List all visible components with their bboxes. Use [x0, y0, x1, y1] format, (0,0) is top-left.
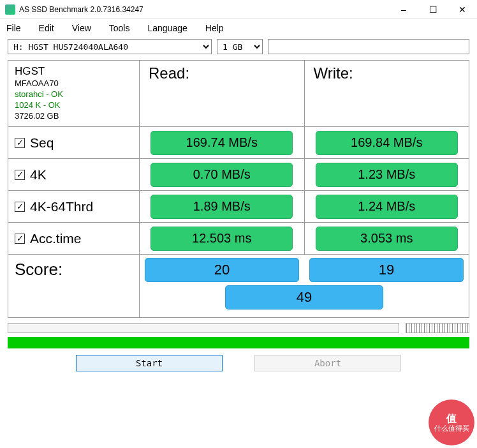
menu-edit[interactable]: Edit: [39, 23, 54, 33]
acc-read: 12.503 ms: [150, 227, 293, 251]
drive-select[interactable]: H: HGST HUS724040ALA640: [8, 39, 212, 54]
menu-file[interactable]: File: [6, 23, 21, 33]
progress-row: [0, 320, 477, 336]
seq-write: 169.84 MB/s: [316, 131, 458, 155]
drive-info: HGST MFAOAA70 storahci - OK 1024 K - OK …: [8, 61, 140, 126]
watermark-badge: 值 什么值得买: [429, 399, 474, 445]
driver-status: storahci - OK: [15, 89, 63, 100]
menu-view[interactable]: View: [72, 23, 91, 33]
4k64-write: 1.24 MB/s: [316, 195, 458, 219]
drive-name: HGST: [15, 64, 45, 78]
menu-language[interactable]: Language: [147, 23, 187, 33]
window-title: AS SSD Benchmark 2.0.7316.34247: [19, 5, 389, 14]
app-icon: [5, 4, 15, 15]
score-read: 20: [145, 258, 300, 282]
close-button[interactable]: ✕: [448, 0, 477, 19]
firmware: MFAOAA70: [15, 78, 59, 89]
toolbar: H: HGST HUS724040ALA640 1 GB: [0, 37, 477, 56]
text-field[interactable]: [268, 39, 469, 54]
progress-bar-complete: [8, 337, 469, 348]
menu-help[interactable]: Help: [205, 23, 224, 33]
score-area: 20 19 49: [140, 255, 469, 317]
progress-bar-main: [8, 323, 399, 333]
menu-tools[interactable]: Tools: [109, 23, 130, 33]
4k64-label: 4K-64Thrd: [30, 199, 93, 214]
acc-checkbox[interactable]: ✓: [15, 234, 25, 244]
alignment-status: 1024 K - OK: [15, 100, 61, 111]
4k-write: 1.23 MB/s: [316, 163, 458, 187]
watermark-icon: 值: [446, 412, 457, 424]
maximize-button[interactable]: ☐: [418, 0, 448, 19]
acc-label: Acc.time: [30, 231, 82, 246]
score-label: Score:: [8, 255, 140, 317]
score-write: 19: [309, 258, 464, 282]
4k64-read: 1.89 MB/s: [150, 195, 293, 219]
minimize-button[interactable]: –: [389, 0, 418, 19]
button-row: Start Abort: [0, 350, 477, 377]
results-panel: HGST MFAOAA70 storahci - OK 1024 K - OK …: [8, 60, 469, 318]
4k-checkbox[interactable]: ✓: [15, 170, 25, 180]
write-header: Write:: [305, 61, 469, 126]
seq-label: Seq: [30, 135, 54, 151]
seq-checkbox[interactable]: ✓: [15, 138, 25, 148]
size-select[interactable]: 1 GB: [217, 39, 263, 54]
menubar: File Edit View Tools Language Help: [0, 19, 477, 37]
titlebar: AS SSD Benchmark 2.0.7316.34247 – ☐ ✕: [0, 0, 477, 19]
seq-read: 169.74 MB/s: [150, 131, 293, 155]
abort-button: Abort: [254, 355, 401, 371]
4k-label: 4K: [30, 167, 47, 183]
capacity: 3726.02 GB: [15, 111, 59, 122]
4k-read: 0.70 MB/s: [150, 163, 293, 187]
score-total: 49: [225, 285, 383, 310]
progress-bar-side: [406, 323, 469, 333]
watermark-text: 什么值得买: [434, 424, 469, 433]
start-button[interactable]: Start: [76, 355, 223, 371]
4k64-checkbox[interactable]: ✓: [15, 202, 25, 212]
read-header: Read:: [140, 61, 305, 126]
acc-write: 3.053 ms: [316, 227, 458, 251]
